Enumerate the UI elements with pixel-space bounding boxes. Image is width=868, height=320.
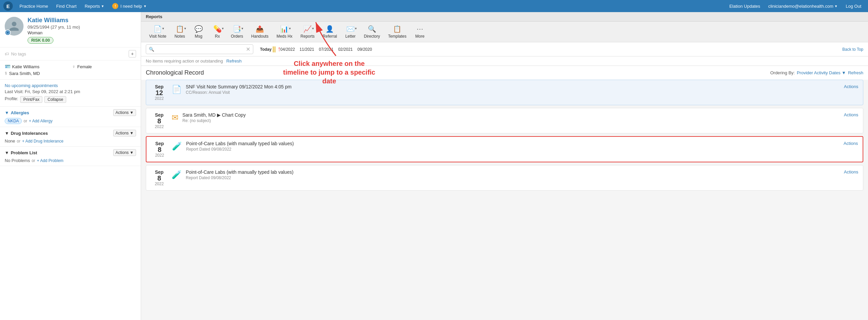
- chron-refresh-button[interactable]: Refresh: [848, 70, 863, 75]
- timeline-label-nov21[interactable]: 11/2021: [300, 47, 314, 52]
- notes-dropdown-arrow: ▼: [184, 27, 187, 30]
- top-nav: E Practice Home Find Chart Reports ▼ ! I…: [0, 0, 868, 12]
- action-bar-refresh-button[interactable]: Refresh: [226, 58, 242, 63]
- toolbar-rx[interactable]: 💊▼ Rx: [209, 24, 226, 40]
- problem-list-or: or: [32, 158, 35, 163]
- toolbar-msg[interactable]: 💬 Msg: [190, 24, 207, 40]
- timeline-tick-1[interactable]: [273, 47, 274, 53]
- nav-reports-caret: ▼: [101, 4, 104, 8]
- toolbar-templates[interactable]: 📋 Templates: [384, 24, 410, 40]
- record-day-1: 12: [151, 89, 167, 96]
- toolbar-letter[interactable]: ✉️▼ Letter: [342, 24, 359, 40]
- toolbar-directory[interactable]: 🔍 Directory: [361, 24, 383, 40]
- toolbar-handouts[interactable]: 📤 Handouts: [248, 24, 272, 40]
- toolbar-meds-hx[interactable]: 📊▼ Meds Hx: [273, 24, 296, 40]
- toolbar-referral[interactable]: 👤 Referral: [319, 24, 341, 40]
- problem-list-actions-button[interactable]: Actions ▼: [113, 149, 136, 156]
- notes-icon: 📋▼: [176, 25, 184, 33]
- drug-intolerances-actions-button[interactable]: Actions ▼: [113, 130, 136, 137]
- letter-dropdown-arrow: ▼: [354, 27, 358, 30]
- record-date-1: Sep 12 2022: [151, 84, 167, 101]
- record-actions-3[interactable]: Actions: [843, 141, 858, 146]
- patient-gender: Woman: [28, 30, 136, 35]
- patient-full-name: Katie Williams: [12, 64, 40, 69]
- patient-avatar: [5, 17, 24, 36]
- nkda-tag: NKDA: [5, 118, 22, 124]
- main-content: Reports 📄▼ Visit Note 📋▼ Notes 💬 Msg: [141, 12, 868, 320]
- user-email-dropdown[interactable]: cliniciandemo@elationhealth.com ▼: [765, 2, 841, 10]
- timeline-today-label[interactable]: Today: [260, 47, 271, 52]
- record-title-3: Point-of-Care Labs (with manually typed …: [186, 141, 839, 146]
- profile-label: Profile:: [5, 96, 18, 103]
- toolbar-orders[interactable]: 📑▼ Orders: [227, 24, 247, 40]
- record-date-2: Sep 8 2022: [151, 112, 167, 129]
- record-month-4: Sep: [151, 169, 167, 175]
- last-visit: Last Visit: Fri, Sep 09, 2022 at 2:21 pm: [5, 89, 136, 94]
- drug-intolerances-or: or: [17, 139, 21, 144]
- add-drug-intolerance-link[interactable]: + Add Drug Intolerance: [22, 139, 63, 144]
- nav-reports[interactable]: Reports ▼: [81, 2, 107, 10]
- record-title-2: Sara Smith, MD ▶ Chart Copy: [182, 112, 840, 118]
- record-item-2: Sep 8 2022 ✉ Sara Smith, MD ▶ Chart Copy…: [146, 108, 863, 134]
- problem-list-section: ▼ Problem List Actions ▼ No Problems or …: [0, 147, 141, 166]
- collapse-button[interactable]: Collapse: [44, 96, 66, 103]
- search-input[interactable]: [156, 47, 244, 52]
- timeline-label-feb21[interactable]: 02/2021: [338, 47, 353, 52]
- help-warning-icon: !: [112, 3, 118, 9]
- add-allergy-link[interactable]: + Add Allergy: [29, 119, 53, 123]
- record-year-2: 2022: [151, 124, 167, 129]
- record-actions-1[interactable]: Actions: [844, 84, 858, 89]
- record-item-4: Sep 8 2022 🧪 Point-of-Care Labs (with ma…: [146, 165, 863, 191]
- timeline-label-apr22[interactable]: 04/2022: [280, 47, 294, 52]
- elation-updates[interactable]: Elation Updates: [726, 2, 764, 10]
- nav-practice-home[interactable]: Practice Home: [16, 2, 52, 10]
- visit-note-dropdown-arrow: ▼: [162, 27, 164, 30]
- record-day-2: 8: [151, 118, 167, 124]
- logout-button[interactable]: Log Out: [842, 2, 865, 10]
- toolbar-more[interactable]: ⋯ More: [411, 24, 429, 40]
- user-email-label: cliniciandemo@elationhealth.com: [768, 4, 833, 9]
- record-month-3: Sep: [151, 141, 168, 146]
- timeline-tick-2[interactable]: [274, 47, 275, 53]
- main-toolbar: 📄▼ Visit Note 📋▼ Notes 💬 Msg 💊▼ Rx: [141, 22, 868, 42]
- search-box: 🔍 ✕: [146, 45, 253, 54]
- record-actions-2[interactable]: Actions: [844, 112, 858, 117]
- app-logo[interactable]: E: [3, 1, 13, 11]
- toolbar-visit-note[interactable]: 📄▼ Visit Note: [146, 24, 169, 40]
- nav-help-label: I need help: [120, 4, 142, 9]
- ordering-value-dropdown[interactable]: Provider Activity Dates ▼: [797, 70, 846, 75]
- allergies-or: or: [24, 119, 27, 123]
- back-to-top-button[interactable]: Back to Top: [842, 47, 863, 52]
- allergies-actions-button[interactable]: Actions ▼: [113, 109, 136, 116]
- drug-intolerances-content: None or + Add Drug Intolerance: [5, 139, 136, 144]
- more-icon: ⋯: [416, 25, 423, 33]
- add-problem-link[interactable]: + Add Problem: [37, 158, 63, 163]
- problem-list-header: ▼ Problem List Actions ▼: [5, 149, 136, 156]
- timeline-today-group: Today ↑: [260, 47, 275, 53]
- msg-icon: 💬: [194, 25, 203, 33]
- record-year-3: 2022: [151, 153, 168, 158]
- timeline-label-jul21[interactable]: 07/2021: [319, 47, 333, 52]
- timeline-ticks[interactable]: [273, 47, 275, 53]
- lab-icon-4: 🧪: [172, 170, 182, 179]
- nav-find-chart[interactable]: Find Chart: [53, 2, 80, 10]
- chron-record-header: Chronological Record Ordering By: Provid…: [141, 66, 868, 80]
- record-subtitle-2: Re: (no subject): [182, 118, 840, 123]
- timeline-label-sep20[interactable]: 09/2020: [358, 47, 372, 52]
- envelope-icon-2: ✉: [172, 113, 178, 122]
- ordering-value-label: Provider Activity Dates: [797, 70, 840, 75]
- toolbar-more-label: More: [415, 34, 424, 39]
- search-clear-button[interactable]: ✕: [246, 46, 250, 53]
- patient-full-name-item: 🪪 Katie Williams: [5, 64, 69, 69]
- record-actions-4[interactable]: Actions: [844, 169, 858, 174]
- no-upcoming-appointments[interactable]: No upcoming appointments: [5, 83, 136, 88]
- allergies-content: NKDA or + Add Allergy: [5, 118, 136, 124]
- toolbar-reports[interactable]: 📈▼ Reports: [297, 24, 318, 40]
- ordering-by-group: Ordering By: Provider Activity Dates ▼ R…: [770, 70, 863, 75]
- toolbar-notes[interactable]: 📋▼ Notes: [171, 24, 188, 40]
- nav-help[interactable]: ! I need help ▼: [109, 2, 150, 10]
- add-tag-button[interactable]: +: [129, 50, 136, 57]
- timeline-search-bar: 🔍 ✕ Today ↑ 04/2022 11/2021 07/2021 02/: [141, 42, 868, 56]
- rx-dropdown-arrow: ▼: [221, 27, 224, 30]
- print-fax-button[interactable]: Print/Fax: [20, 96, 42, 103]
